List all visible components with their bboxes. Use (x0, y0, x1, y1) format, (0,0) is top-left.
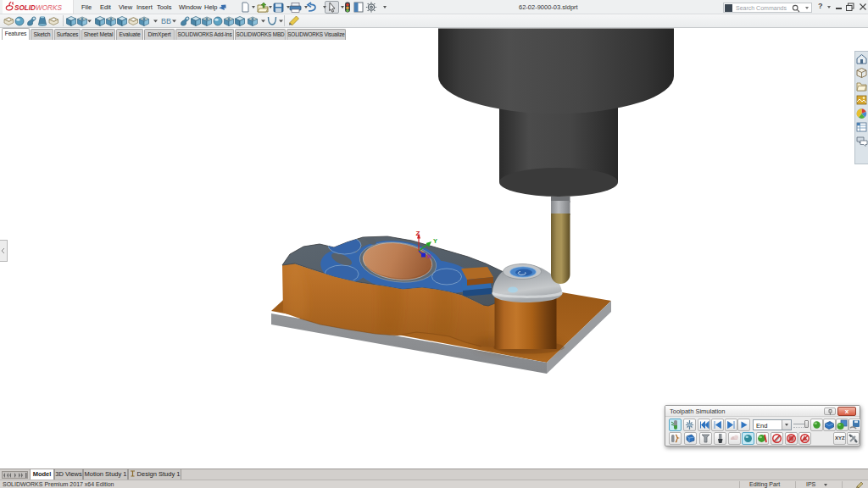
svg-text:Y: Y (433, 237, 437, 245)
svg-text:Z: Z (416, 230, 420, 237)
svg-text:WORKS: WORKS (36, 4, 62, 12)
svg-text:SOLID: SOLID (14, 4, 36, 12)
